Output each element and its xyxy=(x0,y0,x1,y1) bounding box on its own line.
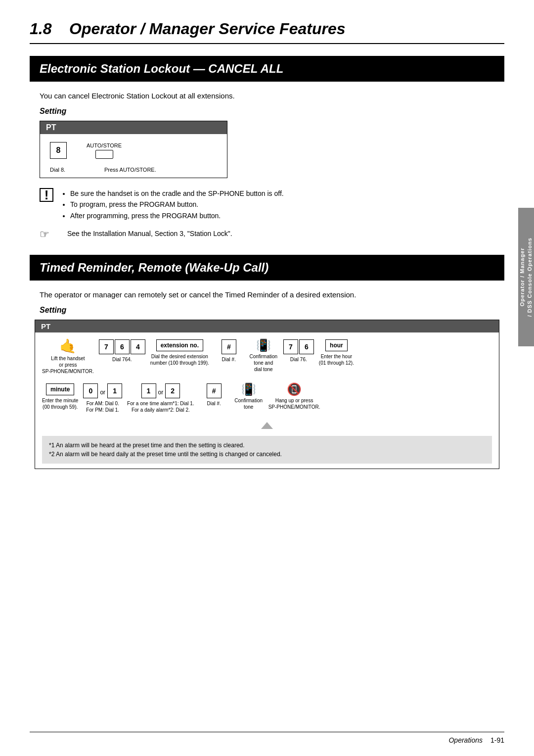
section1-autstore-label: AUTO/STORE xyxy=(87,142,122,148)
key-hash2: # xyxy=(207,383,222,398)
section1-dial-label: Dial 8. xyxy=(50,167,85,173)
triangle-indicator xyxy=(42,422,492,431)
dial-76-label: Dial 76. xyxy=(290,356,307,363)
section2: Timed Reminder, Remote (Wake-Up Call) Th… xyxy=(30,255,504,469)
conf-tone-icon: 📳 xyxy=(241,383,256,395)
hash2-label: Dial #. xyxy=(207,400,221,407)
key-6b: 6 xyxy=(299,339,314,354)
page-container: 1.8 Operator / Manager Service Features … xyxy=(0,0,534,756)
note-item-1: Be sure the handset is on the cradle and… xyxy=(70,188,284,199)
section1-pt-header: PT xyxy=(40,121,227,134)
handset-icon: 🤙 xyxy=(59,339,77,353)
or-label-2: or xyxy=(158,389,164,396)
hangup-label: Hang up or pressSP-PHONE/MONITOR. xyxy=(268,397,320,410)
keys-764: 7 6 4 xyxy=(99,339,145,354)
cell-minute: minute Enter the minute(00 through 59). xyxy=(42,383,78,410)
dial-764-label: Dial 764. xyxy=(112,356,132,363)
sidebar-line1: Operator / Manager xyxy=(519,248,525,307)
cell-1-or-2: 1 or 2 For a one time alarm*1: Dial 1.Fo… xyxy=(127,383,194,413)
conf-dial-tone-icon: 📳 xyxy=(256,339,271,351)
note-item-3: After programming, press the PROGRAM but… xyxy=(70,210,284,221)
minute-label: Enter the minute(00 through 59). xyxy=(42,397,78,410)
section1: Electronic Station Lockout — CANCEL ALL … xyxy=(30,56,504,241)
conf-dial-tone-label: Confirmationtone anddial tone xyxy=(249,353,277,373)
hangup-icon: 📵 xyxy=(287,383,302,395)
cell-hash2: # Dial #. xyxy=(199,383,229,407)
section1-notes: Be sure the handset is on the cradle and… xyxy=(61,188,284,221)
footer-page: 1-91 xyxy=(490,736,504,744)
cell-conf-tone: 📳 Confirmationtone xyxy=(234,383,264,410)
chapter-title-text: Operator / Manager Service Features xyxy=(69,20,345,38)
sidebar-text: Operator / Manager / DSS Console Operati… xyxy=(519,237,534,317)
section2-pt-body: 🤙 Lift the handsetor pressSP-PHONE/MONIT… xyxy=(35,332,499,469)
section2-setting-label: Setting xyxy=(40,306,504,315)
keys-1-or-2: 1 or 2 xyxy=(141,383,180,398)
hour-label: Enter the hour(01 through 12). xyxy=(319,353,354,366)
or-label-1: or xyxy=(100,389,105,396)
cell-0-or-1: 0 or 1 For AM: Dial 0.For PM: Dial 1. xyxy=(83,383,122,413)
key-hour: hour xyxy=(325,339,348,351)
section1-pt-diagram: PT 8 AUTO/STORE Dial 8. Press AUTO/STORE… xyxy=(40,121,227,178)
section1-autstore-btn xyxy=(95,150,113,159)
cell-764: 7 6 4 Dial 764. xyxy=(99,339,145,363)
section2-row2: minute Enter the minute(00 through 59). … xyxy=(42,383,492,413)
section1-press-label: Press AUTO/STORE. xyxy=(104,167,156,173)
section2-row1: 🤙 Lift the handsetor pressSP-PHONE/MONIT… xyxy=(42,339,492,375)
section1-dial-key: 8 xyxy=(50,142,67,159)
note-item-2: To program, press the PROGRAM button. xyxy=(70,199,284,210)
cell-hangup: 📵 Hang up or pressSP-PHONE/MONITOR. xyxy=(268,383,320,410)
cell-hash1: # Dial #. xyxy=(214,339,244,363)
footer-ops-label: Operations xyxy=(448,736,482,744)
key-1b: 1 xyxy=(141,383,156,398)
section1-pt-labels: Dial 8. Press AUTO/STORE. xyxy=(40,167,227,178)
hash1-label: Dial #. xyxy=(222,356,236,363)
section2-pt-header: PT xyxy=(35,320,499,332)
section1-warning-block: ! Be sure the handset is on the cradle a… xyxy=(40,188,494,221)
key-extension-no: extension no. xyxy=(156,339,203,351)
section2-body: The operator or manager can remotely set… xyxy=(40,290,504,299)
keys-76: 7 6 xyxy=(283,339,314,354)
key-0: 0 xyxy=(83,383,98,398)
cell-hour: hour Enter the hour(01 through 12). xyxy=(319,339,354,366)
section1-autstore: AUTO/STORE xyxy=(87,142,122,159)
warning-icon: ! xyxy=(40,188,53,202)
note-star2: *2 An alarm will be heard daily at the p… xyxy=(49,450,485,459)
key-4: 4 xyxy=(131,339,145,354)
section1-setting-label: Setting xyxy=(40,107,504,116)
triangle-shape xyxy=(261,422,273,429)
cell-extension: extension no. Dial the desired extension… xyxy=(150,339,209,366)
key-7b: 7 xyxy=(283,339,298,354)
section1-pt-body: 8 AUTO/STORE xyxy=(40,134,227,167)
key-minute: minute xyxy=(46,383,74,395)
am-pm-label: For AM: Dial 0.For PM: Dial 1. xyxy=(86,400,119,413)
section1-body: You can cancel Electronic Station Lockou… xyxy=(40,92,504,100)
sidebar-line2: / DSS Console Operations xyxy=(527,237,533,317)
section1-dial-cell: 8 xyxy=(50,142,67,159)
lift-handset-label: Lift the handsetor pressSP-PHONE/MONITOR… xyxy=(42,355,94,375)
keys-0-or-1: 0 or 1 xyxy=(83,383,122,398)
section2-header: Timed Reminder, Remote (Wake-Up Call) xyxy=(30,255,504,281)
key-6a: 6 xyxy=(115,339,130,354)
key-1a: 1 xyxy=(107,383,122,398)
alarm-type-label: For a one time alarm*1: Dial 1.For a dai… xyxy=(127,400,194,413)
section1-ref-block: ☞ See the Installation Manual, Section 3… xyxy=(40,228,494,241)
section2-pt-diagram: PT 🤙 Lift the handsetor pressSP-PHONE/MO… xyxy=(35,320,499,469)
sidebar: Operator / Manager / DSS Console Operati… xyxy=(518,208,534,346)
section1-header: Electronic Station Lockout — CANCEL ALL xyxy=(30,56,504,82)
section2-title: Timed Reminder, Remote (Wake-Up Call) xyxy=(40,261,268,274)
section1-ref-text: See the Installation Manual, Section 3, … xyxy=(67,228,232,239)
key-hash1: # xyxy=(222,339,236,354)
cell-conf-dial-tone: 📳 Confirmationtone anddial tone xyxy=(249,339,278,373)
conf-tone-label: Confirmationtone xyxy=(234,397,263,410)
page-footer: Operations 1-91 xyxy=(30,732,504,744)
extension-label: Dial the desired extensionnumber (100 th… xyxy=(150,353,209,366)
chapter-number: 1.8 xyxy=(30,20,51,38)
note-star1: *1 An alarm will be heard at the preset … xyxy=(49,441,485,450)
ref-icon: ☞ xyxy=(40,228,59,241)
cell-76: 7 6 Dial 76. xyxy=(283,339,314,363)
key-7a: 7 xyxy=(99,339,114,354)
chapter-title: 1.8 Operator / Manager Service Features xyxy=(30,20,504,44)
cell-lift-handset: 🤙 Lift the handsetor pressSP-PHONE/MONIT… xyxy=(42,339,94,375)
section1-title: Electronic Station Lockout — CANCEL ALL xyxy=(40,62,283,75)
key-2: 2 xyxy=(165,383,180,398)
